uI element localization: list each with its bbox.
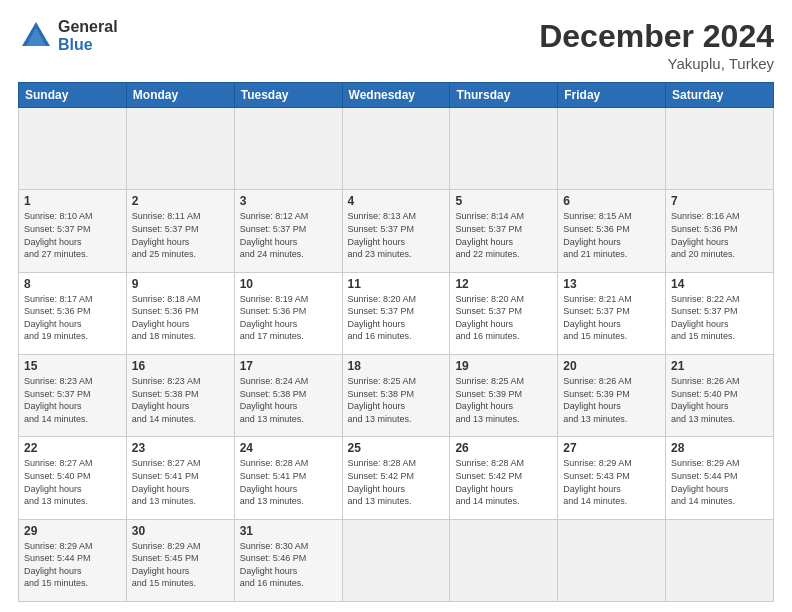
sunset-text: Sunset: 5:46 PM: [240, 553, 307, 563]
sunrise-text: Sunrise: 8:29 AM: [132, 541, 201, 551]
col-saturday: Saturday: [666, 83, 774, 108]
sunset-text: Sunset: 5:45 PM: [132, 553, 199, 563]
day-info: Sunrise: 8:26 AMSunset: 5:39 PMDaylight …: [563, 375, 660, 425]
day-number: 17: [240, 359, 337, 373]
logo-general-text: General: [58, 18, 118, 36]
day-number: 23: [132, 441, 229, 455]
daylight-duration: and 17 minutes.: [240, 331, 304, 341]
day-info: Sunrise: 8:29 AMSunset: 5:44 PMDaylight …: [671, 457, 768, 507]
sunset-text: Sunset: 5:40 PM: [671, 389, 738, 399]
daylight-label: Daylight hours: [132, 566, 190, 576]
table-row: 10Sunrise: 8:19 AMSunset: 5:36 PMDayligh…: [234, 272, 342, 354]
sunrise-text: Sunrise: 8:30 AM: [240, 541, 309, 551]
daylight-duration: and 25 minutes.: [132, 249, 196, 259]
day-info: Sunrise: 8:28 AMSunset: 5:42 PMDaylight …: [348, 457, 445, 507]
table-row: [666, 108, 774, 190]
sunrise-text: Sunrise: 8:28 AM: [240, 458, 309, 468]
sunset-text: Sunset: 5:36 PM: [671, 224, 738, 234]
sunset-text: Sunset: 5:39 PM: [563, 389, 630, 399]
sunrise-text: Sunrise: 8:16 AM: [671, 211, 740, 221]
table-row: 12Sunrise: 8:20 AMSunset: 5:37 PMDayligh…: [450, 272, 558, 354]
table-row: [19, 108, 127, 190]
daylight-label: Daylight hours: [348, 319, 406, 329]
sunrise-text: Sunrise: 8:21 AM: [563, 294, 632, 304]
day-info: Sunrise: 8:22 AMSunset: 5:37 PMDaylight …: [671, 293, 768, 343]
table-row: [450, 108, 558, 190]
daylight-duration: and 13 minutes.: [240, 496, 304, 506]
col-thursday: Thursday: [450, 83, 558, 108]
sunrise-text: Sunrise: 8:20 AM: [455, 294, 524, 304]
daylight-label: Daylight hours: [348, 401, 406, 411]
sunrise-text: Sunrise: 8:23 AM: [132, 376, 201, 386]
daylight-label: Daylight hours: [240, 566, 298, 576]
sunset-text: Sunset: 5:43 PM: [563, 471, 630, 481]
daylight-duration: and 18 minutes.: [132, 331, 196, 341]
day-number: 11: [348, 277, 445, 291]
daylight-duration: and 13 minutes.: [348, 496, 412, 506]
logo-blue-text: Blue: [58, 36, 118, 54]
table-row: 7Sunrise: 8:16 AMSunset: 5:36 PMDaylight…: [666, 190, 774, 272]
day-number: 21: [671, 359, 768, 373]
sunset-text: Sunset: 5:37 PM: [455, 306, 522, 316]
sunset-text: Sunset: 5:39 PM: [455, 389, 522, 399]
daylight-duration: and 15 minutes.: [24, 578, 88, 588]
day-info: Sunrise: 8:10 AMSunset: 5:37 PMDaylight …: [24, 210, 121, 260]
daylight-label: Daylight hours: [24, 401, 82, 411]
table-row: 13Sunrise: 8:21 AMSunset: 5:37 PMDayligh…: [558, 272, 666, 354]
daylight-label: Daylight hours: [563, 237, 621, 247]
daylight-duration: and 14 minutes.: [455, 496, 519, 506]
day-info: Sunrise: 8:28 AMSunset: 5:41 PMDaylight …: [240, 457, 337, 507]
daylight-label: Daylight hours: [240, 401, 298, 411]
sunrise-text: Sunrise: 8:27 AM: [24, 458, 93, 468]
daylight-label: Daylight hours: [24, 566, 82, 576]
table-row: [234, 108, 342, 190]
daylight-duration: and 15 minutes.: [132, 578, 196, 588]
daylight-duration: and 27 minutes.: [24, 249, 88, 259]
logo-text: General Blue: [58, 18, 118, 53]
sunset-text: Sunset: 5:37 PM: [132, 224, 199, 234]
sunrise-text: Sunrise: 8:13 AM: [348, 211, 417, 221]
sunrise-text: Sunrise: 8:26 AM: [671, 376, 740, 386]
table-row: 21Sunrise: 8:26 AMSunset: 5:40 PMDayligh…: [666, 354, 774, 436]
day-info: Sunrise: 8:17 AMSunset: 5:36 PMDaylight …: [24, 293, 121, 343]
month-title: December 2024: [539, 18, 774, 55]
table-row: 5Sunrise: 8:14 AMSunset: 5:37 PMDaylight…: [450, 190, 558, 272]
sunset-text: Sunset: 5:36 PM: [24, 306, 91, 316]
daylight-duration: and 13 minutes.: [455, 414, 519, 424]
sunset-text: Sunset: 5:36 PM: [563, 224, 630, 234]
sunrise-text: Sunrise: 8:29 AM: [671, 458, 740, 468]
day-number: 28: [671, 441, 768, 455]
table-row: 31Sunrise: 8:30 AMSunset: 5:46 PMDayligh…: [234, 519, 342, 601]
table-row: 3Sunrise: 8:12 AMSunset: 5:37 PMDaylight…: [234, 190, 342, 272]
daylight-label: Daylight hours: [455, 484, 513, 494]
day-number: 31: [240, 524, 337, 538]
sunrise-text: Sunrise: 8:27 AM: [132, 458, 201, 468]
table-row: 6Sunrise: 8:15 AMSunset: 5:36 PMDaylight…: [558, 190, 666, 272]
day-number: 2: [132, 194, 229, 208]
day-number: 26: [455, 441, 552, 455]
sunset-text: Sunset: 5:37 PM: [671, 306, 738, 316]
table-row: 26Sunrise: 8:28 AMSunset: 5:42 PMDayligh…: [450, 437, 558, 519]
table-row: 14Sunrise: 8:22 AMSunset: 5:37 PMDayligh…: [666, 272, 774, 354]
table-row: [558, 519, 666, 601]
calendar-week-3: 15Sunrise: 8:23 AMSunset: 5:37 PMDayligh…: [19, 354, 774, 436]
calendar-week-0: [19, 108, 774, 190]
daylight-duration: and 15 minutes.: [671, 331, 735, 341]
day-number: 20: [563, 359, 660, 373]
daylight-duration: and 16 minutes.: [455, 331, 519, 341]
table-row: 29Sunrise: 8:29 AMSunset: 5:44 PMDayligh…: [19, 519, 127, 601]
table-row: 27Sunrise: 8:29 AMSunset: 5:43 PMDayligh…: [558, 437, 666, 519]
daylight-duration: and 15 minutes.: [563, 331, 627, 341]
sunrise-text: Sunrise: 8:17 AM: [24, 294, 93, 304]
col-sunday: Sunday: [19, 83, 127, 108]
sunset-text: Sunset: 5:38 PM: [348, 389, 415, 399]
day-info: Sunrise: 8:27 AMSunset: 5:41 PMDaylight …: [132, 457, 229, 507]
daylight-label: Daylight hours: [24, 484, 82, 494]
sunrise-text: Sunrise: 8:23 AM: [24, 376, 93, 386]
sunrise-text: Sunrise: 8:29 AM: [24, 541, 93, 551]
table-row: 17Sunrise: 8:24 AMSunset: 5:38 PMDayligh…: [234, 354, 342, 436]
logo-icon: [18, 18, 54, 54]
table-row: 30Sunrise: 8:29 AMSunset: 5:45 PMDayligh…: [126, 519, 234, 601]
daylight-duration: and 13 minutes.: [24, 496, 88, 506]
sunset-text: Sunset: 5:37 PM: [240, 224, 307, 234]
